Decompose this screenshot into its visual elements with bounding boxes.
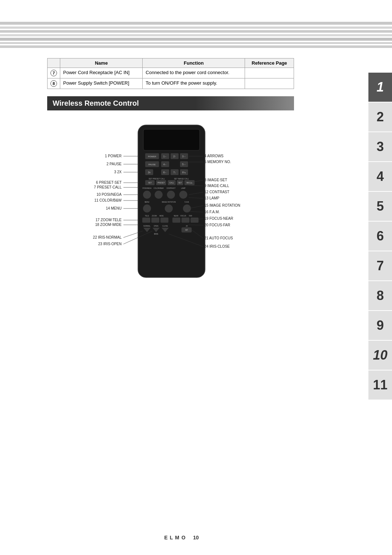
page-num-1[interactable]: 1 (368, 73, 392, 102)
row-function-8: To turn ON/OFF the power supply. (143, 78, 245, 89)
svg-text:AF: AF (186, 225, 188, 227)
page-num-9[interactable]: 9 (368, 311, 392, 341)
svg-text:SET PRESET CALL: SET PRESET CALL (149, 178, 165, 180)
svg-text:FAR: FAR (189, 215, 193, 217)
svg-text:18 ZOOM·WIDE: 18 ZOOM·WIDE (95, 223, 122, 227)
page-num-7[interactable]: 7 (368, 251, 392, 281)
svg-point-47 (143, 204, 151, 212)
svg-text:PRESET: PRESET (158, 182, 165, 184)
page-num-8[interactable]: 8 (368, 281, 392, 311)
svg-text:WIDE: WIDE (159, 215, 164, 217)
svg-text:NEAR: NEAR (174, 215, 179, 217)
row-function-7: Connected to the power cord connector. (143, 68, 245, 78)
svg-rect-1 (143, 129, 200, 150)
main-content: Name Function Reference Page 7 Power Cor… (47, 58, 363, 519)
svg-rect-59 (172, 218, 180, 223)
svg-point-42 (167, 191, 175, 199)
reference-table: Name Function Reference Page 7 Power Cor… (47, 58, 294, 89)
svg-rect-58 (160, 218, 168, 223)
svg-text:SET: SET (178, 182, 182, 184)
section-title: Wireless Remote Control (53, 99, 139, 107)
svg-text:AF: AF (185, 229, 188, 231)
svg-text:6 PRESET·SET: 6 PRESET·SET (96, 181, 122, 185)
page-num-5[interactable]: 5 (368, 192, 392, 222)
svg-text:15 IMAGE ROTATION: 15 IMAGE ROTATION (204, 203, 240, 207)
svg-text:ZOOM: ZOOM (152, 215, 157, 217)
svg-text:IMAGE: IMAGE (187, 182, 193, 184)
svg-text:2↑: 2↑ (173, 155, 176, 158)
svg-rect-57 (151, 218, 159, 223)
svg-text:9 IMAGE·CALL: 9 IMAGE·CALL (204, 184, 229, 188)
svg-text:24 IRIS·CLOSE: 24 IRIS·CLOSE (204, 244, 230, 248)
svg-text:CLOSE: CLOSE (162, 225, 168, 227)
svg-text:12 CONTRAST: 12 CONTRAST (204, 190, 229, 194)
page-num-6[interactable]: 6 (368, 222, 392, 251)
row-ref-8 (245, 78, 294, 89)
page-num-2[interactable]: 2 (368, 102, 392, 132)
svg-text:MENU: MENU (144, 201, 149, 203)
svg-point-49 (183, 204, 191, 212)
row-name-7: Power Cord Receptacle [AC IN] (60, 68, 143, 78)
decorative-lines (0, 22, 392, 51)
svg-text:POSI/NEGA: POSI/NEGA (143, 187, 152, 189)
page-num-10[interactable]: 10 (368, 341, 392, 370)
row-name-8: Power Supply Switch [POWER] (60, 78, 143, 89)
svg-point-48 (165, 204, 173, 212)
svg-text:17 ZOOM·TELE: 17 ZOOM·TELE (95, 218, 122, 222)
svg-rect-60 (181, 218, 189, 223)
svg-text:FOCUS: FOCUS (180, 215, 186, 217)
svg-text:2 PAUSE: 2 PAUSE (107, 162, 122, 166)
svg-text:8↘: 8↘ (182, 171, 186, 174)
svg-text:1 POWER: 1 POWER (105, 154, 122, 158)
svg-text:10 POSI/NEGA: 10 POSI/NEGA (97, 193, 122, 197)
svg-text:LAMP: LAMP (181, 187, 185, 189)
page-num-4[interactable]: 4 (368, 162, 392, 192)
section-header: Wireless Remote Control (47, 96, 294, 110)
svg-text:4 ARROWS: 4 ARROWS (204, 154, 224, 158)
svg-text:14 MENU: 14 MENU (106, 206, 122, 210)
svg-text:PAUSE: PAUSE (148, 163, 156, 166)
svg-text:7 PRESET·CALL: 7 PRESET·CALL (94, 185, 122, 189)
svg-text:3→: 3→ (182, 155, 186, 158)
svg-text:19 FOCUS·NEAR: 19 FOCUS·NEAR (204, 216, 233, 220)
svg-text:OPEN: OPEN (154, 225, 159, 227)
svg-text:13 LAMP: 13 LAMP (204, 196, 219, 200)
svg-text:8 IMAGE·SET: 8 IMAGE·SET (204, 178, 227, 182)
svg-text:CONTRAST: CONTRAST (167, 187, 176, 189)
page-num-3[interactable]: 3 (368, 132, 392, 162)
page-number-sidebar: 1 2 3 4 5 6 7 8 9 10 11 (368, 73, 392, 400)
svg-text:5→: 5→ (182, 163, 186, 166)
svg-text:20 FOCUS·FAR: 20 FOCUS·FAR (204, 223, 230, 227)
svg-point-40 (143, 191, 151, 199)
svg-text:6←: 6← (163, 171, 167, 174)
svg-text:SET: SET (148, 182, 152, 184)
svg-text:SET IMAGE CALL: SET IMAGE CALL (174, 178, 189, 180)
svg-text:COLOR/B&W: COLOR/B&W (154, 187, 164, 189)
svg-text:2x: 2x (148, 171, 151, 174)
svg-text:IRIS: IRIS (154, 233, 158, 235)
svg-text:TELE: TELE (145, 215, 149, 217)
svg-text:16 F.A.M.: 16 F.A.M. (204, 210, 220, 214)
svg-text:7↓: 7↓ (173, 171, 176, 174)
footer-page-number: 10 (193, 535, 199, 540)
svg-point-43 (179, 191, 187, 199)
page-num-11[interactable]: 11 (368, 370, 392, 400)
svg-text:F.A.M.: F.A.M. (185, 201, 189, 203)
row-num-8: 8 (50, 80, 57, 87)
svg-text:11 COLOR/B&W: 11 COLOR/B&W (94, 198, 122, 202)
row-ref-7 (245, 68, 294, 78)
svg-text:5 MEMORY NO.: 5 MEMORY NO. (204, 160, 231, 164)
footer: ELMO 10 (0, 535, 363, 540)
table-row: 7 Power Cord Receptacle [AC IN] Connecte… (48, 68, 294, 78)
table-row: 8 Power Supply Switch [POWER] To turn ON… (48, 78, 294, 89)
svg-text:23 IRIS·OPEN: 23 IRIS·OPEN (98, 242, 122, 246)
svg-text:NORMAL: NORMAL (143, 225, 151, 227)
svg-text:22 IRIS·NORMAL: 22 IRIS·NORMAL (93, 235, 122, 239)
svg-text:21 AUTO FOCUS: 21 AUTO FOCUS (204, 236, 233, 240)
svg-rect-56 (142, 218, 150, 223)
col-function: Function (143, 58, 245, 68)
remote-diagram: POWER 1← 2↑ 3→ PAUSE 4← 5→ 2x 6← 7↓ 8↘ S (47, 118, 301, 299)
svg-rect-61 (191, 218, 199, 223)
svg-point-41 (155, 191, 163, 199)
svg-text:1←: 1← (163, 155, 167, 158)
